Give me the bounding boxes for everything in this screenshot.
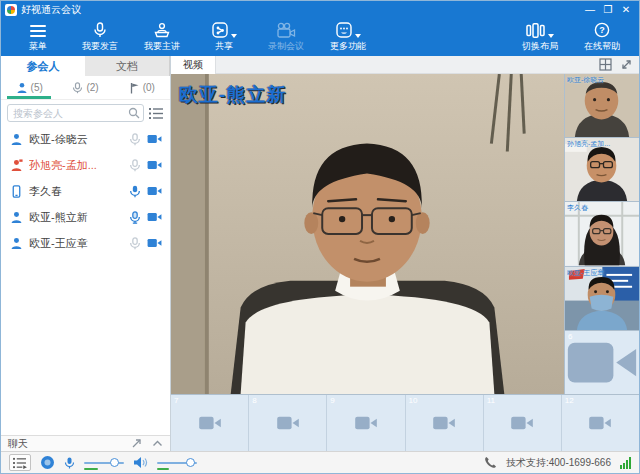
video-thumbnail[interactable]: 孙旭亮-孟加... <box>565 138 639 202</box>
main-area: 视频 <box>171 56 639 451</box>
sidebar-tabs: 参会人 文档 <box>1 56 170 76</box>
menu-button[interactable]: 菜单 <box>7 19 69 56</box>
minimize-button[interactable]: — <box>581 1 599 19</box>
camera-on-icon[interactable] <box>147 211 162 223</box>
person-icon <box>16 82 28 94</box>
more-functions-button[interactable]: 更多功能 <box>317 19 379 56</box>
thumbnail-column: 欧亚-徐晓云 <box>564 74 639 394</box>
share-label: 共享 <box>215 40 233 53</box>
request-present-label: 我要主讲 <box>144 40 180 53</box>
mic-volume-slider[interactable] <box>84 457 124 469</box>
empty-video-slot[interactable]: 11 <box>484 395 562 451</box>
participant-row[interactable]: 孙旭亮-孟加... <box>1 152 170 178</box>
switch-layout-button[interactable]: 切换布局 <box>509 19 571 56</box>
empty-video-slot[interactable]: 12 <box>562 395 639 451</box>
empty-video-slot[interactable]: 6 <box>565 331 639 394</box>
empty-video-slot[interactable]: 9 <box>327 395 405 451</box>
content-area: 参会人 文档 (5) (2) (0) <box>1 56 639 451</box>
empty-video-slot[interactable]: 8 <box>249 395 327 451</box>
camera-on-icon[interactable] <box>147 159 162 171</box>
camera-on-icon[interactable] <box>147 133 162 145</box>
mic-level-meter <box>84 468 98 470</box>
request-present-button[interactable]: 我要主讲 <box>131 19 193 56</box>
maximize-button[interactable]: ❐ <box>599 1 617 19</box>
main-speaker-video[interactable]: 欧亚-熊立新 <box>171 74 564 394</box>
thumbnail-name-label: 李久春 <box>567 203 588 213</box>
record-meeting-button: 录制会议 <box>255 19 317 56</box>
video-thumbnail[interactable]: 欧亚-徐晓云 <box>565 74 639 138</box>
record-meeting-label: 录制会议 <box>268 40 304 53</box>
network-signal-icon <box>620 457 631 469</box>
mic-on-icon[interactable] <box>129 185 141 198</box>
app-window: 好视通云会议 — ❐ ✕ 菜单 我要发言 我要主讲 <box>0 0 640 474</box>
mic-slider-knob[interactable] <box>110 458 119 467</box>
slot-number: 8 <box>252 396 256 405</box>
tab-participants[interactable]: 参会人 <box>1 56 85 76</box>
share-dropdown-caret <box>231 34 237 38</box>
share-button[interactable]: 共享 <box>193 19 255 56</box>
filter-all-count: (5) <box>31 82 43 93</box>
chat-panel-header[interactable]: 聊天 <box>1 435 170 451</box>
layout-dropdown-caret <box>548 34 554 38</box>
toolbar-right-group: 切换布局 ? 在线帮助 <box>509 19 633 56</box>
speaker-volume-button[interactable] <box>133 456 148 469</box>
online-help-label: 在线帮助 <box>584 40 620 53</box>
filter-speaking[interactable]: (2) <box>57 76 113 99</box>
tab-documents[interactable]: 文档 <box>85 56 170 76</box>
more-functions-icon <box>336 22 361 38</box>
menu-label: 菜单 <box>29 40 47 53</box>
search-input[interactable] <box>7 104 144 122</box>
filter-hand-count: (0) <box>143 82 155 93</box>
video-wall-icon[interactable] <box>599 58 612 71</box>
speaker-slider-knob[interactable] <box>186 458 195 467</box>
flag-icon <box>129 82 140 94</box>
mic-volume-button[interactable] <box>64 456 75 470</box>
fullscreen-icon[interactable] <box>620 58 633 71</box>
video-thumbnail[interactable]: 李久春 <box>565 202 639 266</box>
request-speak-label: 我要发言 <box>82 40 118 53</box>
mic-speaking-icon[interactable] <box>129 211 141 224</box>
camera-placeholder-icon <box>509 414 535 432</box>
more-functions-label: 更多功能 <box>330 40 366 53</box>
camera-settings-button[interactable] <box>40 455 55 470</box>
popout-icon[interactable] <box>131 438 142 449</box>
switch-layout-label: 切换布局 <box>522 40 558 53</box>
camera-on-icon[interactable] <box>147 237 162 249</box>
collapse-chevron-icon[interactable] <box>152 440 163 447</box>
sidebar: 参会人 文档 (5) (2) (0) <box>1 56 171 451</box>
empty-video-slot[interactable]: 10 <box>406 395 484 451</box>
participant-row[interactable]: 李久春 <box>1 178 170 204</box>
video-thumbnail[interactable]: 欧亚-王应章 <box>565 267 639 331</box>
camera-placeholder-icon <box>353 414 379 432</box>
filter-all-participants[interactable]: (5) <box>1 76 57 99</box>
speaker-volume-slider[interactable] <box>157 457 197 469</box>
participant-row[interactable]: 欧亚-徐晓云 <box>1 126 170 152</box>
camera-placeholder-icon <box>565 331 639 394</box>
participant-row[interactable]: 欧亚-王应章 <box>1 230 170 256</box>
more-dropdown-caret <box>355 34 361 38</box>
list-view-toggle-icon[interactable] <box>149 107 164 120</box>
participant-name: 欧亚-徐晓云 <box>29 132 123 147</box>
tab-video[interactable]: 视频 <box>171 56 216 74</box>
participant-row[interactable]: 欧亚-熊立新 <box>1 204 170 230</box>
online-help-button[interactable]: ? 在线帮助 <box>571 19 633 56</box>
mic-off-icon[interactable] <box>129 133 141 146</box>
camera-placeholder-icon <box>587 414 613 432</box>
camera-on-icon[interactable] <box>147 185 162 197</box>
mic-off-icon[interactable] <box>129 159 141 172</box>
request-speak-button[interactable]: 我要发言 <box>69 19 131 56</box>
thumbnail-name-label: 孙旭亮-孟加... <box>567 139 610 149</box>
mic-off-icon[interactable] <box>129 237 141 250</box>
slot-number: 10 <box>409 396 418 405</box>
empty-video-slot[interactable]: 7 <box>171 395 249 451</box>
close-button[interactable]: ✕ <box>617 1 635 19</box>
camera-placeholder-icon <box>275 414 301 432</box>
video-tab-bar: 视频 <box>171 56 639 74</box>
chat-title: 聊天 <box>8 437 121 451</box>
toolbar: 菜单 我要发言 我要主讲 共享 <box>1 19 639 56</box>
thumbnail-name-label: 欧亚-王应章 <box>567 268 604 278</box>
title-bar: 好视通云会议 — ❐ ✕ <box>1 1 639 19</box>
filter-hand-raised[interactable]: (0) <box>114 76 170 99</box>
meeting-info-button[interactable] <box>9 454 31 471</box>
video-area: 欧亚-熊立新 欧亚-徐晓云 <box>171 74 639 394</box>
